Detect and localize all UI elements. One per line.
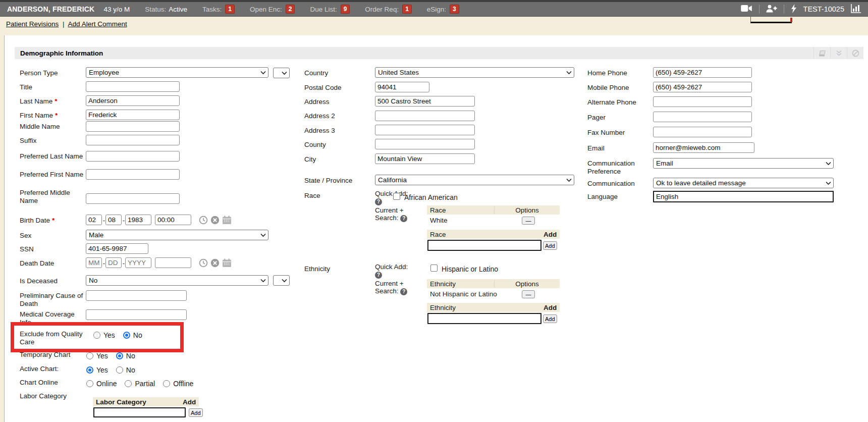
birth-time-input[interactable] [155, 215, 191, 225]
active-yes-radio[interactable] [86, 366, 93, 374]
ethnicity-quick-checkbox[interactable] [430, 265, 438, 272]
exclude-yes-radio[interactable] [93, 332, 100, 339]
ethnicity-quick-add: Quick Add: ? [375, 263, 425, 279]
person-type-select[interactable]: Employee [86, 67, 268, 78]
middle-name-input[interactable] [86, 121, 180, 132]
ethnicity-add-input[interactable] [427, 313, 541, 324]
exclude-yes-label: Yes [103, 331, 115, 339]
open-enc-badge[interactable]: 2 [286, 5, 295, 14]
fax-input[interactable] [653, 127, 752, 137]
open-enc-label: Open Enc: [250, 6, 282, 13]
address2-input[interactable] [375, 111, 475, 121]
country-select[interactable]: United States [375, 67, 574, 78]
death-day-input[interactable] [105, 257, 122, 268]
active-no-radio[interactable] [116, 366, 123, 374]
ethnicity-add-button[interactable]: Add [543, 314, 557, 323]
calendar-icon[interactable] [222, 258, 232, 268]
death-time-input[interactable] [155, 257, 191, 268]
title-input[interactable] [86, 81, 180, 92]
address-label: Address [304, 98, 369, 106]
add-alert-comment-link[interactable]: Add Alert Comment [68, 20, 127, 28]
prelim-cod-input[interactable] [86, 290, 187, 301]
video-camera-icon[interactable] [741, 5, 752, 14]
race-label: Race [304, 192, 369, 200]
city-input[interactable] [375, 153, 475, 164]
online-radio[interactable] [86, 380, 93, 387]
postal-code-input[interactable] [375, 82, 429, 92]
offline-radio[interactable] [163, 380, 170, 387]
help-icon[interactable]: ? [375, 198, 382, 205]
lightning-icon[interactable] [791, 4, 797, 15]
status-value: Active [169, 6, 187, 13]
help-icon[interactable]: ? [375, 272, 382, 279]
comm-pref-select[interactable]: Email [653, 158, 834, 169]
last-name-label: Last Name* [20, 97, 84, 106]
clock-icon[interactable] [199, 216, 208, 225]
mobile-phone-input[interactable] [653, 82, 752, 92]
preferred-middle-input[interactable] [86, 193, 180, 204]
pager-input[interactable] [653, 112, 752, 122]
last-name-input[interactable] [86, 95, 180, 106]
add-person-icon[interactable] [766, 5, 777, 14]
person-type-mini-select[interactable] [273, 68, 290, 78]
sex-label: Sex [20, 232, 84, 240]
medical-coverage-label: Medical Coverage Info [20, 310, 84, 327]
state-select[interactable]: California [375, 175, 574, 185]
demographics-panel: Demographic Information Person Type Empl… [4, 35, 868, 422]
patient-revisions-link[interactable]: Patient Revisions [6, 20, 59, 28]
sex-select[interactable]: Male [86, 230, 268, 240]
is-deceased-select[interactable]: No [86, 275, 268, 286]
temporary-yes-radio[interactable] [86, 352, 93, 359]
death-year-input[interactable] [125, 257, 151, 268]
address-input[interactable] [375, 96, 475, 107]
medical-coverage-input[interactable] [86, 309, 187, 320]
exclude-no-radio[interactable] [123, 332, 130, 339]
help-icon[interactable]: ? [400, 288, 407, 295]
chart-icon[interactable] [851, 4, 861, 15]
county-label: County [304, 141, 369, 149]
suffix-input[interactable] [86, 135, 180, 145]
birth-day-input[interactable] [105, 215, 122, 225]
death-month-input[interactable] [86, 257, 102, 268]
print-icon[interactable] [813, 47, 830, 59]
home-phone-input[interactable] [653, 67, 752, 78]
collapse-icon[interactable] [830, 47, 847, 59]
first-name-input[interactable] [86, 110, 180, 120]
partial-radio[interactable] [125, 380, 132, 387]
disable-icon[interactable] [847, 47, 863, 59]
clear-date-icon[interactable] [210, 216, 220, 225]
race-add-button[interactable]: Add [543, 241, 557, 250]
preferred-first-input[interactable] [86, 169, 180, 180]
communication-label: Communication [587, 180, 652, 188]
labor-add-button[interactable]: Add [189, 408, 203, 417]
temporary-no-radio[interactable] [116, 352, 123, 359]
race-quick-checkbox[interactable] [393, 193, 400, 200]
race-add-input[interactable] [427, 240, 541, 251]
clear-date-icon[interactable] [210, 258, 220, 268]
order-req-badge[interactable]: 1 [402, 5, 412, 14]
labor-category-input[interactable] [93, 407, 186, 417]
esign-badge[interactable]: 3 [450, 5, 459, 14]
help-icon[interactable]: ? [400, 215, 407, 222]
address3-input[interactable] [375, 125, 475, 135]
alternate-phone-input[interactable] [653, 96, 752, 107]
tasks-badge[interactable]: 1 [225, 5, 235, 14]
patient-header-bar: ANDERSON, FREDERICK 43 y/o M Status: Act… [0, 2, 868, 17]
ssn-input[interactable] [86, 243, 148, 254]
offline-label: Offline [173, 380, 193, 388]
birth-year-input[interactable] [125, 215, 151, 225]
communication-select[interactable]: Ok to leave detailed message [653, 178, 834, 188]
email-input[interactable] [653, 142, 754, 153]
county-input[interactable] [375, 139, 475, 149]
race-remove-button[interactable]: — [522, 217, 535, 225]
birth-month-input[interactable] [86, 215, 102, 225]
calendar-icon[interactable] [222, 216, 232, 225]
due-list-badge[interactable]: 9 [341, 5, 350, 14]
quick-links-bar: Patient Revisions | Add Alert Comment [6, 20, 127, 28]
ethnicity-remove-button[interactable]: — [522, 290, 535, 298]
is-deceased-mini-select[interactable] [273, 275, 290, 286]
language-input[interactable] [653, 191, 834, 202]
race-current-search: Current + Search: ? [375, 206, 425, 222]
clock-icon[interactable] [199, 258, 208, 268]
preferred-last-input[interactable] [86, 151, 180, 162]
